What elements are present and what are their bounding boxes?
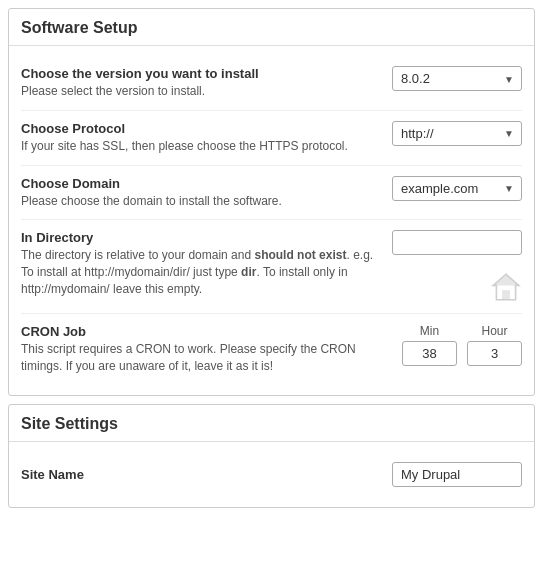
directory-row: In Directory The directory is relative t… bbox=[21, 220, 522, 314]
domain-label: Choose Domain bbox=[21, 176, 376, 191]
directory-control bbox=[392, 230, 522, 303]
cron-min-label: Min bbox=[420, 324, 439, 338]
cron-min-group: Min bbox=[402, 324, 457, 366]
protocol-label: Choose Protocol bbox=[21, 121, 376, 136]
software-setup-section: Software Setup Choose the version you wa… bbox=[8, 8, 535, 396]
cron-description: This script requires a CRON to work. Ple… bbox=[21, 341, 386, 375]
cron-min-input[interactable] bbox=[402, 341, 457, 366]
protocol-description: If your site has SSL, then please choose… bbox=[21, 138, 376, 155]
cron-hour-input[interactable] bbox=[467, 341, 522, 366]
software-setup-title: Software Setup bbox=[9, 9, 534, 46]
cron-inputs: Min Hour bbox=[402, 324, 522, 366]
protocol-select[interactable]: http:// https:// bbox=[392, 121, 522, 146]
cron-label: CRON Job bbox=[21, 324, 386, 339]
version-row: Choose the version you want to install P… bbox=[21, 56, 522, 111]
protocol-label-group: Choose Protocol If your site has SSL, th… bbox=[21, 121, 392, 155]
domain-control: example.com bbox=[392, 176, 522, 201]
domain-label-group: Choose Domain Please choose the domain t… bbox=[21, 176, 392, 210]
version-select-wrapper: 8.0.2 7.0.0 6.0.0 bbox=[392, 66, 522, 91]
directory-desc-bold: should not exist bbox=[254, 248, 346, 262]
domain-select-wrapper: example.com bbox=[392, 176, 522, 201]
version-label-group: Choose the version you want to install P… bbox=[21, 66, 392, 100]
site-name-input[interactable] bbox=[392, 462, 522, 487]
protocol-control: http:// https:// bbox=[392, 121, 522, 146]
site-name-row: Site Name bbox=[21, 452, 522, 497]
domain-row: Choose Domain Please choose the domain t… bbox=[21, 166, 522, 221]
directory-description: The directory is relative to your domain… bbox=[21, 247, 376, 297]
version-description: Please select the version to install. bbox=[21, 83, 376, 100]
directory-label-group: In Directory The directory is relative t… bbox=[21, 230, 392, 297]
domain-description: Please choose the domain to install the … bbox=[21, 193, 376, 210]
protocol-row: Choose Protocol If your site has SSL, th… bbox=[21, 111, 522, 166]
cron-label-group: CRON Job This script requires a CRON to … bbox=[21, 324, 402, 375]
cron-hour-label: Hour bbox=[481, 324, 507, 338]
site-settings-title: Site Settings bbox=[9, 405, 534, 442]
site-name-label: Site Name bbox=[21, 467, 392, 482]
version-select[interactable]: 8.0.2 7.0.0 6.0.0 bbox=[392, 66, 522, 91]
svg-marker-2 bbox=[493, 275, 519, 286]
site-settings-section: Site Settings Site Name bbox=[8, 404, 535, 508]
domain-select[interactable]: example.com bbox=[392, 176, 522, 201]
site-settings-content: Site Name bbox=[9, 442, 534, 507]
cron-hour-group: Hour bbox=[467, 324, 522, 366]
protocol-select-wrapper: http:// https:// bbox=[392, 121, 522, 146]
directory-desc-bold2: dir bbox=[241, 265, 256, 279]
version-control: 8.0.2 7.0.0 6.0.0 bbox=[392, 66, 522, 91]
cron-row: CRON Job This script requires a CRON to … bbox=[21, 314, 522, 385]
directory-label: In Directory bbox=[21, 230, 376, 245]
house-icon bbox=[490, 271, 522, 303]
software-setup-content: Choose the version you want to install P… bbox=[9, 46, 534, 395]
version-label: Choose the version you want to install bbox=[21, 66, 376, 81]
directory-input[interactable] bbox=[392, 230, 522, 255]
svg-rect-1 bbox=[502, 291, 510, 301]
